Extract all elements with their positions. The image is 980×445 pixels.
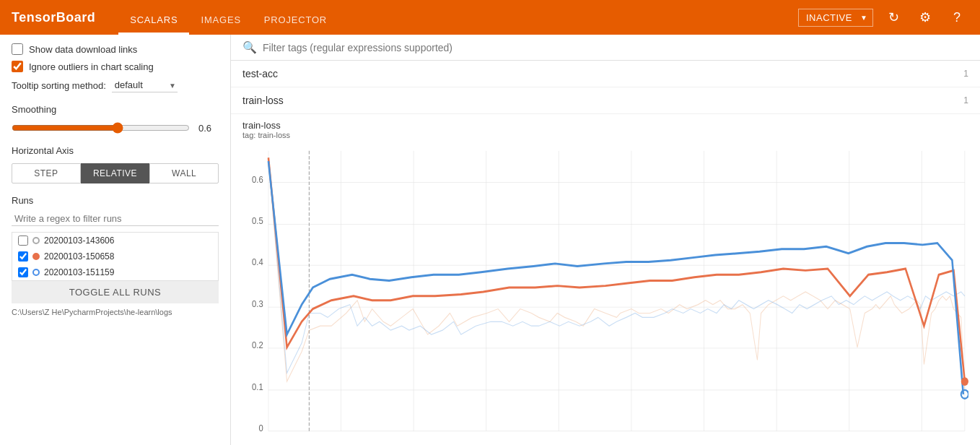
main-layout: Show data download links Ignore outliers… <box>0 35 980 445</box>
tag-count-train-loss: 1 <box>963 95 968 105</box>
filter-tags-input[interactable] <box>263 42 968 53</box>
navbar-right: INACTIVE ACTIVE ▼ ↻ ⚙ ? <box>798 6 968 29</box>
svg-text:0.3: 0.3 <box>252 298 263 309</box>
svg-text:0.6: 0.6 <box>252 174 263 185</box>
status-select[interactable]: INACTIVE ACTIVE <box>798 9 873 27</box>
tooltip-sorting-label: Tooltip sorting method: <box>12 80 106 91</box>
main-content: 🔍 test-acc 1 train-loss 1 train-loss tag… <box>231 35 980 445</box>
nav-projector[interactable]: PROJECTOR <box>253 0 338 35</box>
runs-title: Runs <box>12 195 219 206</box>
horizontal-axis-section: Horizontal Axis STEP RELATIVE WALL <box>12 145 219 183</box>
chart-svg: 0 0.1 0.2 0.3 0.4 0.5 0.6 <box>242 142 968 433</box>
chart-title: train-loss <box>242 120 968 131</box>
tooltip-select[interactable]: default ascending descending nearest <box>112 78 178 92</box>
run-checkbox-0[interactable] <box>18 236 28 246</box>
svg-text:0.2: 0.2 <box>252 340 263 350</box>
axis-btn-relative[interactable]: RELATIVE <box>81 163 150 183</box>
smoothing-slider[interactable] <box>12 122 190 134</box>
runs-filter-input[interactable] <box>12 212 219 226</box>
tooltip-row: Tooltip sorting method: default ascendin… <box>12 78 219 92</box>
run-checkbox-2[interactable] <box>18 267 28 277</box>
run-color-dot-2 <box>32 269 40 276</box>
axis-btn-step[interactable]: STEP <box>12 163 81 183</box>
run-color-dot-0 <box>32 237 40 244</box>
show-download-checkbox[interactable] <box>12 43 23 55</box>
runs-list: 20200103-143606 20200103-150658 20200103… <box>12 232 219 281</box>
smoothing-value: 0.6 <box>198 123 219 134</box>
run-item-0[interactable]: 20200103-143606 <box>12 233 218 249</box>
horizontal-axis-title: Horizontal Axis <box>12 145 219 156</box>
run-item-2[interactable]: 20200103-151159 <box>12 264 218 280</box>
settings-button[interactable]: ⚙ <box>914 6 937 29</box>
show-download-row[interactable]: Show data download links <box>12 43 219 55</box>
ignore-outliers-label: Ignore outliers in chart scaling <box>29 61 154 72</box>
svg-text:0.1: 0.1 <box>252 381 263 392</box>
search-icon: 🔍 <box>242 40 257 54</box>
toggle-all-runs-button[interactable]: TOGGLE ALL RUNS <box>12 281 219 303</box>
tooltip-select-wrapper: default ascending descending nearest ▼ <box>112 78 178 92</box>
smoothing-title: Smoothing <box>12 104 219 115</box>
tags-list: test-acc 1 train-loss 1 <box>231 61 980 114</box>
status-dropdown-wrapper: INACTIVE ACTIVE ▼ <box>798 9 873 27</box>
tag-row-test-acc[interactable]: test-acc 1 <box>231 61 980 87</box>
svg-text:0.4: 0.4 <box>252 257 263 268</box>
run-label-0: 20200103-143606 <box>44 236 114 246</box>
cwd-path: C:\Users\Z He\PycharmProjects\he-learn\l… <box>12 303 219 316</box>
help-button[interactable]: ? <box>945 6 968 29</box>
axis-btn-wall[interactable]: WALL <box>149 163 219 183</box>
runs-section: Runs 20200103-143606 20200103-150658 202… <box>12 195 219 436</box>
ignore-outliers-row[interactable]: Ignore outliers in chart scaling <box>12 61 219 72</box>
run-item-1[interactable]: 20200103-150658 <box>12 249 218 264</box>
ignore-outliers-checkbox[interactable] <box>12 61 23 72</box>
axis-buttons: STEP RELATIVE WALL <box>12 163 219 183</box>
run-label-2: 20200103-151159 <box>44 267 114 277</box>
nav-images[interactable]: IMAGES <box>189 0 252 35</box>
smoothing-section: Smoothing 0.6 <box>12 104 219 134</box>
tag-row-train-loss[interactable]: train-loss 1 <box>231 87 980 114</box>
navbar: TensorBoard SCALARS IMAGES PROJECTOR INA… <box>0 0 980 35</box>
svg-text:0: 0 <box>258 423 263 433</box>
options-section: Show data download links Ignore outliers… <box>12 43 219 92</box>
sidebar: Show data download links Ignore outliers… <box>0 35 231 445</box>
navbar-nav: SCALARS IMAGES PROJECTOR <box>118 0 338 35</box>
run-checkbox-1[interactable] <box>18 251 28 262</box>
slider-row: 0.6 <box>12 122 219 134</box>
nav-scalars[interactable]: SCALARS <box>118 0 189 35</box>
app-brand: TensorBoard <box>12 10 95 25</box>
svg-text:0.5: 0.5 <box>252 216 263 227</box>
tag-name-test-acc: test-acc <box>242 68 963 79</box>
filter-bar: 🔍 <box>231 35 980 61</box>
refresh-button[interactable]: ↻ <box>882 6 905 29</box>
show-download-label: Show data download links <box>29 44 137 55</box>
run-color-dot-1 <box>32 253 40 260</box>
chart-subtitle: tag: train-loss <box>242 131 968 139</box>
chart-area: train-loss tag: train-loss 0 0.1 0.2 0.3… <box>231 114 980 445</box>
chart-container: 0 0.1 0.2 0.3 0.4 0.5 0.6 <box>242 142 968 433</box>
tag-count-test-acc: 1 <box>963 69 968 79</box>
tag-name-train-loss: train-loss <box>242 95 963 106</box>
svg-point-26 <box>961 377 968 386</box>
run-label-1: 20200103-150658 <box>44 251 114 262</box>
